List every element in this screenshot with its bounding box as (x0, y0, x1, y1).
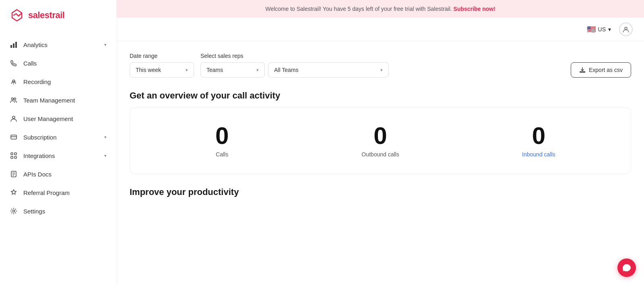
nav-menu: Analytics ▾ Calls Recording Team Managem… (0, 32, 116, 223)
sidebar: salestrail Analytics ▾ Calls Recording (0, 0, 117, 285)
sidebar-item-apis-docs-label: APIs Docs (23, 171, 52, 178)
sidebar-item-team-management[interactable]: Team Management (0, 91, 116, 109)
team-management-icon (10, 96, 18, 104)
all-teams-chevron-icon: ▾ (380, 68, 383, 73)
svg-rect-13 (11, 156, 13, 158)
sidebar-item-referral-program-label: Referral Program (23, 189, 70, 196)
subscription-icon (10, 133, 18, 141)
stat-inbound-label: Inbound calls (522, 151, 555, 158)
user-avatar-icon (622, 26, 630, 33)
sidebar-item-integrations-label: Integrations (23, 152, 55, 159)
svg-point-7 (14, 98, 16, 100)
productivity-title: Improve your productivity (130, 187, 631, 197)
user-management-icon (10, 115, 18, 123)
date-range-label: Date range (130, 53, 194, 59)
sales-reps-selects-row: Teams ▾ All Teams ▾ (200, 62, 389, 78)
recording-icon (10, 78, 18, 86)
content-area: Date range This week ▾ Select sales reps… (117, 41, 644, 285)
svg-rect-11 (11, 153, 13, 155)
sidebar-item-referral-program[interactable]: Referral Program (0, 183, 116, 202)
analytics-chevron: ▾ (104, 42, 107, 47)
overview-title: Get an overview of your call activity (130, 90, 631, 101)
svg-point-8 (12, 116, 15, 119)
sidebar-item-calls-label: Calls (23, 60, 37, 67)
sidebar-item-subscription-label: Subscription (23, 134, 57, 141)
svg-rect-9 (11, 135, 17, 139)
trial-banner: Welcome to Salestrail! You have 5 days l… (117, 0, 644, 18)
sidebar-item-apis-docs[interactable]: APIs Docs (0, 165, 116, 183)
sidebar-item-subscription[interactable]: Subscription ▾ (0, 128, 116, 146)
sidebar-item-integrations[interactable]: Integrations ▾ (0, 146, 116, 165)
stat-calls-number: 0 (215, 124, 229, 148)
sidebar-item-user-management-label: User Management (23, 115, 73, 122)
locale-selector[interactable]: 🇺🇸 US ▾ (584, 23, 614, 35)
apis-docs-icon (10, 170, 18, 178)
sidebar-item-recording-label: Recording (23, 78, 51, 85)
svg-rect-2 (13, 43, 14, 48)
analytics-icon (10, 41, 18, 49)
stat-outbound-number: 0 (374, 124, 387, 148)
stat-outbound: 0 Outbound calls (301, 124, 459, 158)
svg-rect-14 (14, 156, 17, 158)
sidebar-item-settings[interactable]: Settings (0, 202, 116, 220)
logo-text: salestrail (28, 10, 64, 21)
main-area: Welcome to Salestrail! You have 5 days l… (117, 0, 644, 285)
filters-row: Date range This week ▾ Select sales reps… (130, 53, 631, 78)
sales-reps-label: Select sales reps (200, 53, 389, 59)
stats-card: 0 Calls 0 Outbound calls 0 Inbound calls (130, 107, 631, 174)
salestrail-logo-icon (10, 8, 24, 23)
calls-icon (10, 59, 18, 67)
svg-point-6 (12, 98, 14, 100)
export-label: Export as csv (589, 67, 623, 73)
date-range-group: Date range This week ▾ (130, 53, 194, 78)
sidebar-item-settings-label: Settings (23, 208, 45, 215)
svg-rect-12 (14, 153, 17, 155)
topbar: 🇺🇸 US ▾ (117, 18, 644, 41)
svg-point-19 (13, 210, 15, 212)
teams-value: Teams (206, 67, 223, 73)
sidebar-item-user-management[interactable]: User Management (0, 109, 116, 128)
date-range-chevron-icon: ▾ (186, 68, 188, 73)
svg-rect-1 (10, 45, 12, 48)
export-download-icon (579, 67, 586, 73)
stat-inbound: 0 Inbound calls (460, 124, 618, 158)
date-range-value: This week (136, 67, 161, 73)
sidebar-item-analytics[interactable]: Analytics ▾ (0, 35, 116, 54)
chat-bubble-icon (622, 263, 631, 272)
integrations-icon (10, 152, 18, 160)
svg-point-20 (625, 27, 627, 30)
locale-label: US (598, 26, 606, 33)
teams-chevron-icon: ▾ (256, 68, 259, 73)
all-teams-value: All Teams (274, 67, 298, 73)
logo: salestrail (0, 0, 116, 32)
integrations-chevron: ▾ (104, 153, 107, 158)
svg-rect-3 (15, 42, 17, 48)
chat-support-button[interactable] (617, 258, 636, 277)
sidebar-item-analytics-label: Analytics (23, 41, 47, 48)
sidebar-item-calls[interactable]: Calls (0, 54, 116, 72)
sales-reps-group: Select sales reps Teams ▾ All Teams ▾ (200, 53, 389, 78)
date-range-select[interactable]: This week ▾ (130, 62, 194, 78)
user-avatar[interactable] (619, 23, 633, 36)
subscribe-link[interactable]: Subscribe now! (454, 6, 495, 12)
sidebar-item-team-management-label: Team Management (23, 97, 75, 104)
settings-icon (10, 207, 18, 215)
banner-message: Welcome to Salestrail! You have 5 days l… (265, 6, 452, 12)
stat-calls: 0 Calls (143, 124, 301, 158)
us-flag-icon: 🇺🇸 (587, 25, 596, 34)
subscription-chevron: ▾ (104, 135, 107, 140)
stat-outbound-label: Outbound calls (361, 151, 399, 158)
locale-chevron-icon: ▾ (608, 26, 611, 33)
sidebar-item-recording[interactable]: Recording (0, 72, 116, 91)
export-csv-button[interactable]: Export as csv (571, 62, 631, 78)
all-teams-select[interactable]: All Teams ▾ (268, 62, 389, 78)
teams-select[interactable]: Teams ▾ (200, 62, 265, 78)
stat-inbound-number: 0 (532, 124, 545, 148)
referral-program-icon (10, 189, 18, 197)
stat-calls-label: Calls (216, 151, 228, 158)
